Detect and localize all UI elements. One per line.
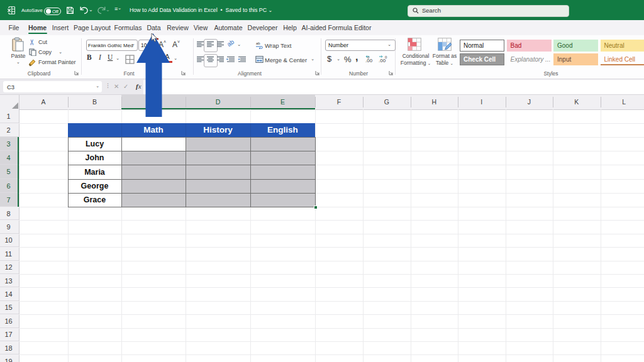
svg-text:0: 0 [385, 55, 387, 59]
svg-text:ab: ab [256, 41, 260, 45]
